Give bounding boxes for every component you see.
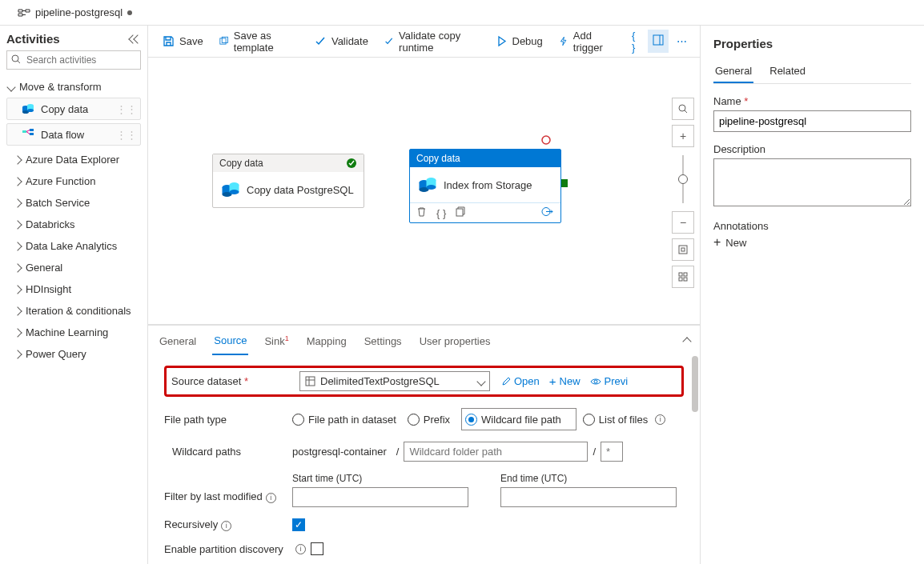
end-time-input[interactable] <box>500 487 677 507</box>
start-time-input[interactable] <box>292 487 468 507</box>
activity-index-from-storage[interactable]: Copy data Index from Storage { } <box>409 149 561 223</box>
props-tab-related[interactable]: Related <box>768 60 807 83</box>
group-machine-learning[interactable]: Machine Learning <box>6 322 141 343</box>
new-dataset-link[interactable]: +New <box>549 374 581 388</box>
svg-rect-29 <box>456 209 463 216</box>
tab-source[interactable]: Source <box>212 327 248 355</box>
svg-rect-36 <box>684 273 687 276</box>
debug-button[interactable]: Debug <box>489 30 549 52</box>
svg-rect-34 <box>681 248 685 251</box>
group-databricks[interactable]: Databricks <box>6 214 141 235</box>
collapse-details-button[interactable] <box>684 335 690 347</box>
chevron-right-icon <box>13 155 22 164</box>
info-icon[interactable]: i <box>295 544 306 554</box>
start-time-label: Start time (UTC) <box>292 473 468 484</box>
execute-activity-button[interactable] <box>541 206 554 219</box>
save-template-button[interactable]: Save as template <box>213 25 305 58</box>
tab-settings[interactable]: Settings <box>363 328 404 354</box>
tab-general[interactable]: General <box>158 328 198 354</box>
svg-rect-12 <box>222 37 227 42</box>
validate-runtime-button[interactable]: Validate copy runtime <box>378 25 486 58</box>
file-path-type-label: File path type <box>164 414 292 426</box>
radio-file-in-dataset[interactable]: File path in dataset <box>292 414 396 426</box>
enable-partition-checkbox[interactable] <box>311 542 323 555</box>
code-view-button[interactable]: { } <box>627 25 645 58</box>
fail-port-icon[interactable] <box>540 134 552 146</box>
source-dataset-select[interactable]: DelimitedTextPostgreSQL <box>299 371 490 391</box>
group-iteration-conditionals[interactable]: Iteration & conditionals <box>6 300 141 322</box>
tab-mapping[interactable]: Mapping <box>305 328 348 354</box>
group-batch-service[interactable]: Batch Service <box>6 192 141 214</box>
success-port-icon[interactable] <box>561 179 568 187</box>
activity-copy-postgresql[interactable]: Copy data Copy data PostgreSQL <box>212 154 364 208</box>
add-trigger-button[interactable]: Add trigger <box>552 25 621 58</box>
svg-line-32 <box>685 110 687 113</box>
fit-icon <box>678 245 688 254</box>
pipeline-canvas[interactable]: Copy data Copy data PostgreSQL Copy <box>148 58 666 324</box>
container-name: postgresql-container <box>292 446 387 458</box>
auto-align-button[interactable] <box>672 266 694 288</box>
filter-last-modified-label: Filter by last modifiedi <box>164 473 292 503</box>
activity-code-button[interactable]: { } <box>436 207 446 219</box>
info-icon[interactable]: i <box>221 521 231 531</box>
check-icon <box>315 35 327 47</box>
validate-button[interactable]: Validate <box>308 30 375 52</box>
drag-handle-icon: ⋮⋮ <box>116 103 137 115</box>
group-azure-function[interactable]: Azure Function <box>6 170 141 192</box>
search-activities-input[interactable] <box>6 50 141 70</box>
save-button[interactable]: Save <box>156 30 210 52</box>
more-button[interactable]: ⋯ <box>672 30 692 52</box>
zoom-slider[interactable] <box>682 155 684 203</box>
preview-dataset-link[interactable]: Previ <box>590 374 629 388</box>
add-annotation-button[interactable]: + New <box>713 235 911 250</box>
chevron-right-icon <box>13 177 22 186</box>
group-data-lake-analytics[interactable]: Data Lake Analytics <box>6 235 141 257</box>
info-icon[interactable]: i <box>655 414 665 425</box>
radio-list-of-files[interactable]: List of filesi <box>583 414 665 426</box>
svg-rect-39 <box>306 377 315 386</box>
fit-to-screen-button[interactable] <box>672 238 694 261</box>
group-power-query[interactable]: Power Query <box>6 343 141 365</box>
props-tab-general[interactable]: General <box>713 60 753 83</box>
chevron-right-icon <box>13 285 22 294</box>
search-canvas-button[interactable] <box>672 98 694 120</box>
zoom-out-button[interactable]: − <box>672 211 694 234</box>
radio-prefix[interactable]: Prefix <box>408 414 450 426</box>
success-check-icon <box>346 158 357 169</box>
pipeline-tab[interactable]: pipeline-postgresql <box>8 0 142 25</box>
collapse-sidebar-button[interactable] <box>130 36 141 42</box>
recursively-checkbox[interactable] <box>292 518 305 531</box>
chevron-right-icon <box>13 263 22 272</box>
group-general[interactable]: General <box>6 257 141 278</box>
radio-wildcard[interactable]: Wildcard file path <box>465 414 561 426</box>
activities-title: Activities <box>6 32 60 46</box>
group-azure-data-explorer[interactable]: Azure Data Explorer <box>6 149 141 170</box>
pipeline-description-input[interactable] <box>713 158 911 206</box>
scrollbar[interactable] <box>692 356 698 412</box>
wildcard-file-input[interactable] <box>601 442 623 462</box>
group-hdinsight[interactable]: HDInsight <box>6 278 141 300</box>
svg-point-22 <box>542 136 550 144</box>
activity-data-flow[interactable]: Data flow ⋮⋮ <box>6 123 141 146</box>
clone-icon <box>456 206 466 217</box>
data-flow-icon <box>22 128 34 141</box>
pipeline-name-input[interactable] <box>713 110 911 132</box>
canvas-tools: + − <box>666 58 700 324</box>
zoom-in-button[interactable]: + <box>672 125 694 147</box>
tab-label: pipeline-postgresql <box>35 6 123 18</box>
open-dataset-link[interactable]: Open <box>501 374 540 388</box>
tab-user-properties[interactable]: User properties <box>418 328 492 354</box>
properties-toggle-button[interactable] <box>648 30 669 53</box>
clone-activity-button[interactable] <box>456 206 466 219</box>
info-icon[interactable]: i <box>266 493 276 503</box>
group-move-transform[interactable]: Move & transform <box>6 76 141 98</box>
tab-sink[interactable]: Sink1 <box>263 327 290 354</box>
activity-label: Data flow <box>41 129 84 141</box>
activity-copy-data[interactable]: Copy data ⋮⋮ <box>6 98 141 120</box>
delete-activity-button[interactable] <box>416 206 427 219</box>
wildcard-folder-input[interactable] <box>404 442 588 462</box>
svg-point-42 <box>594 380 597 383</box>
svg-rect-11 <box>219 38 225 44</box>
properties-title: Properties <box>713 37 911 50</box>
enable-partition-label: Enable partition discovery <box>164 543 292 555</box>
